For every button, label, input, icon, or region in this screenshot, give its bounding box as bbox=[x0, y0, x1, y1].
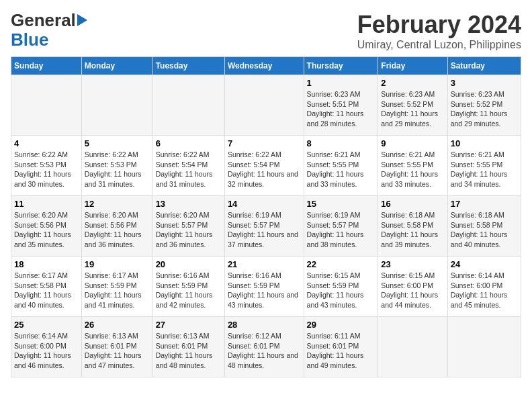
calendar-cell: 21Sunrise: 6:16 AMSunset: 5:59 PMDayligh… bbox=[224, 257, 304, 317]
day-info: Sunrise: 6:14 AMSunset: 6:00 PMDaylight:… bbox=[14, 331, 79, 371]
calendar-cell: 17Sunrise: 6:18 AMSunset: 5:58 PMDayligh… bbox=[447, 196, 521, 257]
day-number: 20 bbox=[156, 259, 222, 269]
day-info: Sunrise: 6:18 AMSunset: 5:58 PMDaylight:… bbox=[451, 210, 518, 250]
calendar-cell: 3Sunrise: 6:23 AMSunset: 5:52 PMDaylight… bbox=[447, 75, 521, 136]
calendar-cell: 12Sunrise: 6:20 AMSunset: 5:56 PMDayligh… bbox=[81, 196, 152, 257]
calendar-cell bbox=[81, 75, 152, 136]
day-number: 19 bbox=[85, 259, 150, 269]
calendar-cell: 11Sunrise: 6:20 AMSunset: 5:56 PMDayligh… bbox=[11, 196, 82, 257]
day-info: Sunrise: 6:22 AMSunset: 5:54 PMDaylight:… bbox=[156, 150, 222, 189]
day-number: 4 bbox=[14, 138, 79, 148]
day-info: Sunrise: 6:14 AMSunset: 6:00 PMDaylight:… bbox=[451, 271, 518, 310]
calendar-cell: 7Sunrise: 6:22 AMSunset: 5:54 PMDaylight… bbox=[224, 136, 304, 196]
calendar-cell: 2Sunrise: 6:23 AMSunset: 5:52 PMDaylight… bbox=[378, 75, 447, 136]
day-number: 3 bbox=[451, 78, 518, 88]
day-number: 11 bbox=[14, 199, 79, 209]
day-info: Sunrise: 6:19 AMSunset: 5:57 PMDaylight:… bbox=[307, 210, 375, 250]
calendar-cell: 28Sunrise: 6:12 AMSunset: 6:01 PMDayligh… bbox=[224, 317, 304, 377]
logo: General Blue bbox=[11, 11, 87, 49]
calendar-cell: 1Sunrise: 6:23 AMSunset: 5:51 PMDaylight… bbox=[304, 75, 378, 136]
day-info: Sunrise: 6:23 AMSunset: 5:52 PMDaylight:… bbox=[451, 89, 518, 129]
calendar-cell: 22Sunrise: 6:15 AMSunset: 5:59 PMDayligh… bbox=[304, 257, 378, 317]
day-number: 26 bbox=[85, 320, 150, 330]
header-friday: Friday bbox=[378, 57, 447, 75]
day-info: Sunrise: 6:21 AMSunset: 5:55 PMDaylight:… bbox=[451, 150, 518, 189]
day-number: 15 bbox=[307, 199, 375, 209]
day-info: Sunrise: 6:16 AMSunset: 5:59 PMDaylight:… bbox=[156, 271, 222, 310]
day-info: Sunrise: 6:18 AMSunset: 5:58 PMDaylight:… bbox=[381, 210, 444, 250]
day-number: 6 bbox=[156, 138, 222, 148]
day-info: Sunrise: 6:17 AMSunset: 5:58 PMDaylight:… bbox=[14, 271, 79, 310]
day-number: 2 bbox=[381, 78, 444, 88]
day-number: 29 bbox=[307, 320, 375, 330]
calendar-cell bbox=[224, 75, 304, 136]
day-info: Sunrise: 6:12 AMSunset: 6:01 PMDaylight:… bbox=[228, 331, 301, 371]
day-info: Sunrise: 6:13 AMSunset: 6:01 PMDaylight:… bbox=[156, 331, 222, 371]
day-number: 5 bbox=[85, 138, 150, 148]
calendar-week-row: 1Sunrise: 6:23 AMSunset: 5:51 PMDaylight… bbox=[11, 75, 521, 136]
day-number: 28 bbox=[228, 320, 301, 330]
day-number: 9 bbox=[381, 138, 444, 148]
day-info: Sunrise: 6:23 AMSunset: 5:51 PMDaylight:… bbox=[307, 89, 375, 129]
day-info: Sunrise: 6:21 AMSunset: 5:55 PMDaylight:… bbox=[307, 150, 375, 189]
calendar-cell: 25Sunrise: 6:14 AMSunset: 6:00 PMDayligh… bbox=[11, 317, 82, 377]
calendar-cell: 4Sunrise: 6:22 AMSunset: 5:53 PMDaylight… bbox=[11, 136, 82, 196]
calendar-week-row: 18Sunrise: 6:17 AMSunset: 5:58 PMDayligh… bbox=[11, 257, 521, 317]
calendar-header-row: SundayMondayTuesdayWednesdayThursdayFrid… bbox=[11, 57, 521, 75]
day-info: Sunrise: 6:20 AMSunset: 5:56 PMDaylight:… bbox=[14, 210, 79, 250]
day-number: 21 bbox=[228, 259, 301, 269]
calendar-table: SundayMondayTuesdayWednesdayThursdayFrid… bbox=[11, 56, 521, 377]
calendar-cell: 23Sunrise: 6:15 AMSunset: 6:00 PMDayligh… bbox=[378, 257, 447, 317]
day-number: 10 bbox=[451, 138, 518, 148]
calendar-cell bbox=[378, 317, 447, 377]
day-number: 14 bbox=[228, 199, 301, 209]
day-number: 8 bbox=[307, 138, 375, 148]
day-number: 1 bbox=[307, 78, 375, 88]
day-info: Sunrise: 6:11 AMSunset: 6:01 PMDaylight:… bbox=[307, 331, 375, 371]
day-number: 17 bbox=[451, 199, 518, 209]
calendar-cell: 6Sunrise: 6:22 AMSunset: 5:54 PMDaylight… bbox=[152, 136, 224, 196]
day-number: 23 bbox=[381, 259, 444, 269]
calendar-cell: 13Sunrise: 6:20 AMSunset: 5:57 PMDayligh… bbox=[152, 196, 224, 257]
page-header: General Blue February 2024 Umiray, Centr… bbox=[11, 11, 521, 51]
header-sunday: Sunday bbox=[11, 57, 82, 75]
logo-general-text: General bbox=[11, 11, 76, 30]
calendar-week-row: 11Sunrise: 6:20 AMSunset: 5:56 PMDayligh… bbox=[11, 196, 521, 257]
day-number: 12 bbox=[85, 199, 150, 209]
day-info: Sunrise: 6:13 AMSunset: 6:01 PMDaylight:… bbox=[85, 331, 150, 371]
calendar-cell: 19Sunrise: 6:17 AMSunset: 5:59 PMDayligh… bbox=[81, 257, 152, 317]
day-number: 24 bbox=[451, 259, 518, 269]
calendar-cell: 8Sunrise: 6:21 AMSunset: 5:55 PMDaylight… bbox=[304, 136, 378, 196]
page-subtitle: Umiray, Central Luzon, Philippines bbox=[357, 39, 521, 51]
title-block: February 2024 Umiray, Central Luzon, Phi… bbox=[357, 11, 521, 51]
calendar-cell bbox=[11, 75, 82, 136]
page-title: February 2024 bbox=[357, 11, 521, 39]
day-number: 16 bbox=[381, 199, 444, 209]
day-info: Sunrise: 6:22 AMSunset: 5:54 PMDaylight:… bbox=[228, 150, 301, 189]
calendar-cell: 20Sunrise: 6:16 AMSunset: 5:59 PMDayligh… bbox=[152, 257, 224, 317]
day-number: 27 bbox=[156, 320, 222, 330]
day-info: Sunrise: 6:20 AMSunset: 5:56 PMDaylight:… bbox=[85, 210, 150, 250]
day-number: 18 bbox=[14, 259, 79, 269]
header-saturday: Saturday bbox=[447, 57, 521, 75]
calendar-cell: 26Sunrise: 6:13 AMSunset: 6:01 PMDayligh… bbox=[81, 317, 152, 377]
calendar-cell: 14Sunrise: 6:19 AMSunset: 5:57 PMDayligh… bbox=[224, 196, 304, 257]
day-info: Sunrise: 6:22 AMSunset: 5:53 PMDaylight:… bbox=[85, 150, 150, 189]
day-info: Sunrise: 6:15 AMSunset: 5:59 PMDaylight:… bbox=[307, 271, 375, 310]
day-info: Sunrise: 6:16 AMSunset: 5:59 PMDaylight:… bbox=[228, 271, 301, 310]
day-info: Sunrise: 6:23 AMSunset: 5:52 PMDaylight:… bbox=[381, 89, 444, 129]
header-tuesday: Tuesday bbox=[152, 57, 224, 75]
calendar-cell: 15Sunrise: 6:19 AMSunset: 5:57 PMDayligh… bbox=[304, 196, 378, 257]
calendar-cell bbox=[447, 317, 521, 377]
day-info: Sunrise: 6:22 AMSunset: 5:53 PMDaylight:… bbox=[14, 150, 79, 189]
calendar-cell: 5Sunrise: 6:22 AMSunset: 5:53 PMDaylight… bbox=[81, 136, 152, 196]
day-number: 22 bbox=[307, 259, 375, 269]
calendar-cell: 29Sunrise: 6:11 AMSunset: 6:01 PMDayligh… bbox=[304, 317, 378, 377]
calendar-cell: 16Sunrise: 6:18 AMSunset: 5:58 PMDayligh… bbox=[378, 196, 447, 257]
day-info: Sunrise: 6:15 AMSunset: 6:00 PMDaylight:… bbox=[381, 271, 444, 310]
calendar-cell: 10Sunrise: 6:21 AMSunset: 5:55 PMDayligh… bbox=[447, 136, 521, 196]
day-info: Sunrise: 6:20 AMSunset: 5:57 PMDaylight:… bbox=[156, 210, 222, 250]
calendar-week-row: 4Sunrise: 6:22 AMSunset: 5:53 PMDaylight… bbox=[11, 136, 521, 196]
day-number: 7 bbox=[228, 138, 301, 148]
day-info: Sunrise: 6:21 AMSunset: 5:55 PMDaylight:… bbox=[381, 150, 444, 189]
